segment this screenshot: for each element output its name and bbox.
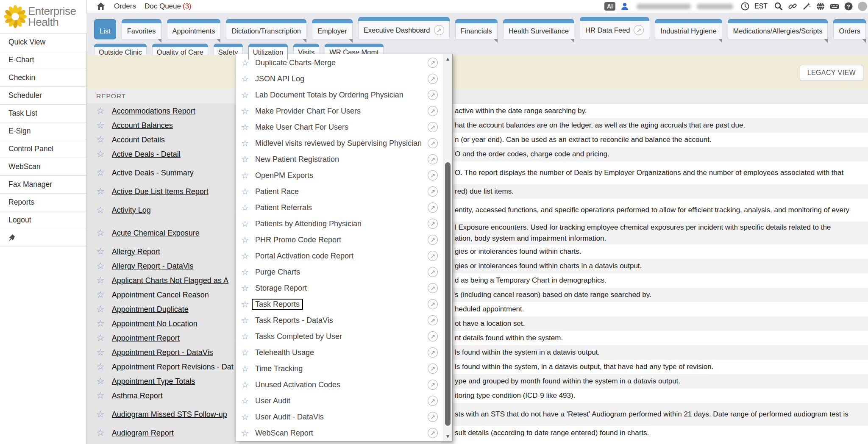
sidebar-item[interactable]: Reports <box>0 194 86 211</box>
favorite-star-icon[interactable]: ☆ <box>241 203 249 212</box>
dropdown-item[interactable]: ☆ OpenPM Exports ↗ <box>236 167 443 183</box>
open-external-icon[interactable]: ↗ <box>428 299 438 309</box>
ai-button[interactable]: AI <box>604 2 615 11</box>
open-external-icon[interactable]: ↗ <box>428 138 438 148</box>
favorite-star-icon[interactable]: ☆ <box>96 410 105 419</box>
menu-doc-queue[interactable]: Doc Queue(3) <box>145 2 192 11</box>
favorite-star-icon[interactable]: ☆ <box>241 219 249 228</box>
report-link[interactable]: Active Due List Items Report <box>112 187 209 196</box>
tab[interactable]: Executive Dashboard↗ <box>358 17 450 39</box>
favorite-star-icon[interactable]: ☆ <box>96 377 105 386</box>
report-link[interactable]: Acute Chemical Exposure <box>112 229 200 238</box>
favorite-star-icon[interactable]: ☆ <box>241 397 249 405</box>
sidebar-item[interactable]: Fax Manager <box>0 176 86 194</box>
report-link[interactable]: Accommodations Report <box>112 107 195 116</box>
favorite-star-icon[interactable]: ☆ <box>96 150 105 159</box>
favorite-star-icon[interactable]: ☆ <box>96 305 105 314</box>
dropdown-item[interactable]: ☆ JSON API Log ↗ <box>236 71 443 87</box>
favorite-star-icon[interactable]: ☆ <box>241 75 249 83</box>
legacy-view-button[interactable]: LEGACY VIEW <box>800 65 863 81</box>
report-link[interactable]: Active Deals - Detail <box>112 150 181 159</box>
sidebar-item[interactable]: WebScan <box>0 158 86 176</box>
favorite-star-icon[interactable]: ☆ <box>241 284 249 292</box>
dropdown-item[interactable]: ☆ Time Tracking ↗ <box>236 361 443 377</box>
favorite-star-icon[interactable]: ☆ <box>241 300 249 308</box>
favorite-star-icon[interactable]: ☆ <box>96 261 105 271</box>
open-external-icon[interactable]: ↗ <box>428 267 438 277</box>
tab[interactable]: Utilization <box>248 44 288 58</box>
favorite-star-icon[interactable]: ☆ <box>241 58 249 67</box>
open-external-icon[interactable]: ↗ <box>428 347 438 358</box>
dropdown-item[interactable]: ☆ Task Reports ↗ <box>236 296 443 312</box>
tab[interactable]: Orders <box>833 19 865 39</box>
open-external-icon[interactable]: ↗ <box>434 25 444 35</box>
favorite-star-icon[interactable]: ☆ <box>241 429 249 437</box>
tab[interactable]: Employer <box>312 19 353 39</box>
favorite-star-icon[interactable]: ☆ <box>241 91 249 99</box>
report-link[interactable]: Appointment Type Totals <box>112 377 195 386</box>
favorite-star-icon[interactable]: ☆ <box>241 139 249 147</box>
favorite-star-icon[interactable]: ☆ <box>241 364 249 373</box>
keyboard-icon[interactable] <box>830 2 839 11</box>
favorite-star-icon[interactable]: ☆ <box>96 276 105 285</box>
report-link[interactable]: Audiogram Missed STS Follow-up <box>112 410 227 419</box>
help-icon[interactable]: ? <box>844 2 853 11</box>
tab[interactable]: Appointments <box>167 19 221 39</box>
sidebar-item[interactable]: Checkin <box>0 69 86 87</box>
home-icon[interactable] <box>96 2 106 11</box>
link-icon[interactable] <box>788 2 797 11</box>
tab[interactable]: Health Surveillance <box>503 19 574 39</box>
favorite-star-icon[interactable]: ☆ <box>241 348 249 357</box>
favorite-star-icon[interactable]: ☆ <box>96 391 105 400</box>
dropdown-item[interactable]: ☆ Patient Referrals ↗ <box>236 200 443 216</box>
favorite-star-icon[interactable]: ☆ <box>241 236 249 244</box>
favorite-star-icon[interactable]: ☆ <box>96 205 105 215</box>
report-link[interactable]: Appointment Report Revisions - Dat <box>112 363 234 372</box>
open-external-icon[interactable]: ↗ <box>428 203 438 213</box>
sidebar-item[interactable]: Task List <box>0 105 86 122</box>
tab[interactable]: Financials <box>455 19 498 39</box>
report-link[interactable]: Appointment No Location <box>112 319 198 328</box>
open-external-icon[interactable]: ↗ <box>428 58 438 68</box>
report-link[interactable]: Allergy Report - DataVis <box>112 262 194 271</box>
favorite-star-icon[interactable]: ☆ <box>241 123 249 131</box>
open-external-icon[interactable]: ↗ <box>428 380 438 390</box>
sidebar-item[interactable]: Scheduler <box>0 87 86 105</box>
report-link[interactable]: Active Deals - Summary <box>112 169 194 178</box>
favorite-star-icon[interactable]: ☆ <box>96 135 105 144</box>
report-link[interactable]: Asthma Report <box>112 391 163 400</box>
tab[interactable]: List <box>94 19 116 39</box>
favorite-star-icon[interactable]: ☆ <box>96 428 105 438</box>
favorite-star-icon[interactable]: ☆ <box>96 348 105 357</box>
clock-icon[interactable] <box>740 2 750 11</box>
tab[interactable]: Dictation/Transcription <box>226 19 306 39</box>
dropdown-item[interactable]: ☆ PHR Promo Code Report ↗ <box>236 232 443 248</box>
dropdown-item[interactable]: ☆ Purge Charts ↗ <box>236 264 443 280</box>
favorite-star-icon[interactable]: ☆ <box>96 121 105 130</box>
open-external-icon[interactable]: ↗ <box>428 364 438 374</box>
favorite-star-icon[interactable]: ☆ <box>96 319 105 328</box>
favorite-star-icon[interactable]: ☆ <box>96 362 105 372</box>
favorite-star-icon[interactable]: ☆ <box>96 290 105 300</box>
favorite-star-icon[interactable]: ☆ <box>241 171 249 180</box>
favorite-star-icon[interactable]: ☆ <box>241 413 249 421</box>
wand-icon[interactable] <box>802 2 811 11</box>
open-external-icon[interactable]: ↗ <box>428 283 438 293</box>
report-link[interactable]: Activity Log <box>112 206 151 215</box>
open-external-icon[interactable]: ↗ <box>428 74 438 84</box>
dropdown-item[interactable]: ☆ Patients by Attending Physician ↗ <box>236 216 443 232</box>
tab[interactable]: Medications/Allergies/Scripts <box>728 19 828 39</box>
dropdown-item[interactable]: ☆ Make Provider Chart For Users ↗ <box>236 103 443 119</box>
favorite-star-icon[interactable]: ☆ <box>96 187 105 196</box>
favorite-star-icon[interactable]: ☆ <box>241 107 249 115</box>
report-link[interactable]: Appointment Report - DataVis <box>112 348 213 357</box>
dropdown-item[interactable]: ☆ Portal Activation code Report ↗ <box>236 248 443 264</box>
tab[interactable]: Industrial Hygiene <box>655 19 722 39</box>
open-external-icon[interactable]: ↗ <box>428 331 438 341</box>
sidebar-pin-row[interactable] <box>0 229 86 247</box>
scrollbar-thumb[interactable] <box>445 162 451 426</box>
favorite-star-icon[interactable]: ☆ <box>96 228 105 238</box>
dropdown-item[interactable]: ☆ Tasks Completed by User ↗ <box>236 328 443 344</box>
avatar[interactable] <box>858 2 867 11</box>
dropdown-item[interactable]: ☆ Make User Chart For Users ↗ <box>236 119 443 135</box>
